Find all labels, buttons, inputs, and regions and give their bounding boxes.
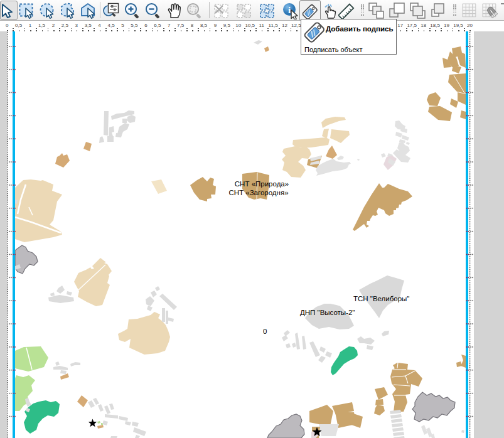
svg-text:ТСН "Велиборы": ТСН "Велиборы" <box>353 295 409 302</box>
svg-text:0: 0 <box>263 328 267 335</box>
svg-text:i: i <box>288 5 291 15</box>
svg-text:СНТ «Природа»: СНТ «Природа» <box>235 180 289 188</box>
svg-text:ДНП "Высоты-2": ДНП "Высоты-2" <box>300 309 355 316</box>
svg-text:СНТ «Загородня»: СНТ «Загородня» <box>228 189 288 196</box>
